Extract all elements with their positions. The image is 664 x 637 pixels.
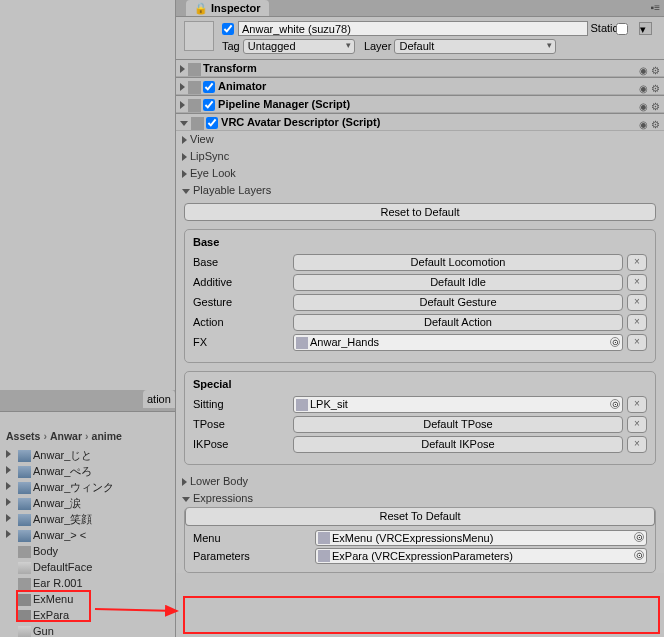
static-checkbox[interactable] [616, 23, 628, 35]
crumb-anime[interactable]: anime [92, 430, 122, 442]
menu-object-field[interactable]: ExMenu (VRCExpressionsMenu)⊙ [315, 530, 647, 546]
layer-row-action: ActionDefault Action× [193, 314, 647, 334]
section-view[interactable]: View [176, 131, 664, 148]
list-item[interactable]: Gun [0, 623, 175, 637]
reset-playable-button[interactable]: Reset to Default [184, 203, 656, 221]
clear-button[interactable]: × [627, 294, 647, 311]
layer-dropdown[interactable]: Default [394, 39, 556, 54]
inspector-tab[interactable]: 🔒Inspector [186, 0, 269, 16]
component-gear-icon[interactable]: ◉ ⚙ [639, 116, 660, 133]
left-panel: ation Assets › Anwar › anime Anwar_じとAnw… [0, 0, 175, 637]
layer-row-gesture: GestureDefault Gesture× [193, 294, 647, 314]
list-item[interactable]: ExMenu [0, 591, 175, 607]
component-header-transform[interactable]: Transform◉ ⚙ [176, 60, 664, 77]
sitting-object-field[interactable]: LPK_sit⊙ [293, 396, 623, 413]
component-gear-icon[interactable]: ◉ ⚙ [639, 80, 660, 97]
button-label: Reset To Default [379, 510, 460, 522]
layer-button-ikpose[interactable]: Default IKPose [293, 436, 623, 453]
layer-label: TPose [193, 418, 288, 430]
special-layers-group: Special SittingLPK_sit⊙× TPoseDefault TP… [184, 371, 656, 465]
foldout-icon[interactable] [6, 498, 11, 506]
component-enable-checkbox[interactable] [203, 81, 215, 93]
layer-label: Sitting [193, 398, 288, 410]
component-header-avatar[interactable]: VRC Avatar Descriptor (Script)◉ ⚙ [176, 114, 664, 131]
component-enable-checkbox[interactable] [203, 99, 215, 111]
section-eyelook[interactable]: Eye Look [176, 165, 664, 182]
section-expressions[interactable]: Expressions [176, 490, 664, 507]
active-checkbox[interactable] [222, 23, 234, 35]
clear-button[interactable]: × [627, 436, 647, 453]
fx-object-field[interactable]: Anwar_Hands⊙ [293, 334, 623, 351]
panel-menu-icon[interactable]: ▪≡ [647, 0, 664, 15]
list-item[interactable]: Anwar_ぺろ [0, 463, 175, 479]
crumb-anwar[interactable]: Anwar [50, 430, 82, 442]
asset-name: Gun [33, 625, 54, 637]
clear-button[interactable]: × [627, 396, 647, 413]
component-gear-icon[interactable]: ◉ ⚙ [639, 62, 660, 79]
foldout-icon [182, 170, 187, 178]
component-enable-checkbox[interactable] [206, 117, 218, 129]
component-pipeline: Pipeline Manager (Script)◉ ⚙ [176, 95, 664, 113]
foldout-icon[interactable] [6, 466, 11, 474]
asset-icon [18, 546, 31, 558]
list-item[interactable]: Anwar_ウィンク [0, 479, 175, 495]
tag-dropdown[interactable]: Untagged [243, 39, 355, 54]
foldout-icon[interactable] [6, 482, 11, 490]
button-label: Default Idle [430, 276, 486, 288]
list-item[interactable]: Anwar_> < [0, 527, 175, 543]
section-playable[interactable]: Playable Layers [176, 182, 664, 199]
asset-icon [18, 626, 31, 637]
asset-icon [18, 578, 31, 590]
component-header-animator[interactable]: Animator◉ ⚙ [176, 78, 664, 95]
foldout-icon [182, 136, 187, 144]
foldout-icon[interactable] [6, 450, 11, 458]
layer-button-additive[interactable]: Default Idle [293, 274, 623, 291]
button-label: Default TPose [423, 418, 493, 430]
list-item[interactable]: Ear R.001 [0, 575, 175, 591]
lock-icon: 🔒 [194, 2, 208, 14]
foldout-icon[interactable] [6, 530, 11, 538]
layer-button-gesture[interactable]: Default Gesture [293, 294, 623, 311]
section-lowerbody[interactable]: Lower Body [176, 473, 664, 490]
gameobject-name-input[interactable] [238, 21, 588, 36]
asset-name: Ear R.001 [33, 577, 83, 589]
component-gear-icon[interactable]: ◉ ⚙ [639, 98, 660, 115]
section-label: Playable Layers [193, 184, 271, 196]
layer-button-base[interactable]: Default Locomotion [293, 254, 623, 271]
object-icon [318, 550, 330, 562]
clear-button[interactable]: × [627, 314, 647, 331]
static-dropdown[interactable]: ▾ [639, 22, 652, 35]
clear-button[interactable]: × [627, 254, 647, 271]
base-layers-group: Base BaseDefault Locomotion× AdditiveDef… [184, 229, 656, 363]
breadcrumb[interactable]: Assets › Anwar › anime [0, 430, 175, 446]
asset-icon [18, 498, 31, 510]
clear-button[interactable]: × [627, 274, 647, 291]
object-picker-icon[interactable]: ⊙ [610, 337, 620, 347]
reset-expressions-button[interactable]: Reset To Default [185, 508, 655, 526]
left-tab[interactable]: ation [143, 390, 175, 408]
section-lipsync[interactable]: LipSync [176, 148, 664, 165]
list-item[interactable]: DefaultFace [0, 559, 175, 575]
object-picker-icon[interactable]: ⊙ [634, 532, 644, 542]
list-item[interactable]: Body [0, 543, 175, 559]
expr-row-menu: MenuExMenu (VRCExpressionsMenu)⊙ [185, 530, 655, 548]
component-header-pipeline[interactable]: Pipeline Manager (Script)◉ ⚙ [176, 96, 664, 113]
params-object-field[interactable]: ExPara (VRCExpressionParameters)⊙ [315, 548, 647, 564]
asset-name: Body [33, 545, 58, 557]
list-item[interactable]: ExPara [0, 607, 175, 623]
foldout-icon[interactable] [6, 514, 11, 522]
breadcrumb-sep: › [43, 430, 47, 442]
list-item[interactable]: Anwar_涙 [0, 495, 175, 511]
layer-button-action[interactable]: Default Action [293, 314, 623, 331]
list-item[interactable]: Anwar_笑顔 [0, 511, 175, 527]
asset-list[interactable]: Anwar_じとAnwar_ぺろAnwar_ウィンクAnwar_涙Anwar_笑… [0, 447, 175, 637]
crumb-assets[interactable]: Assets [6, 430, 40, 442]
list-item[interactable]: Anwar_じと [0, 447, 175, 463]
object-picker-icon[interactable]: ⊙ [634, 550, 644, 560]
clear-button[interactable]: × [627, 334, 647, 351]
layer-button-tpose[interactable]: Default TPose [293, 416, 623, 433]
object-picker-icon[interactable]: ⊙ [610, 399, 620, 409]
asset-name: Anwar_> < [33, 529, 86, 541]
clear-button[interactable]: × [627, 416, 647, 433]
asset-icon [18, 594, 31, 606]
